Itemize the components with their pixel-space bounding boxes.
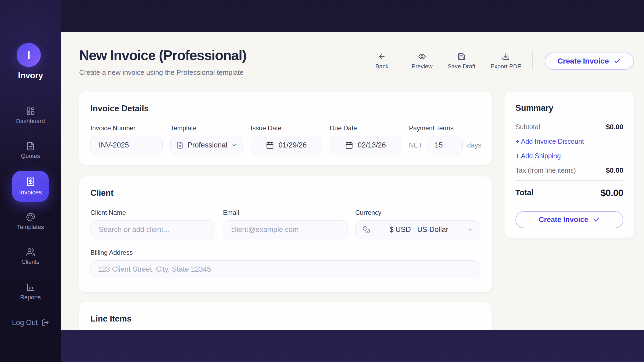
tax-label: Tax (from line items): [515, 167, 576, 174]
users-icon: [26, 248, 35, 257]
billing-address-label: Billing Address: [90, 249, 480, 257]
sidebar: I Invory Dashboard Quotes Invoices Templ…: [0, 0, 61, 362]
summary-heading: Summary: [515, 103, 623, 113]
invoice-number-label: Invoice Number: [90, 124, 163, 132]
client-heading: Client: [90, 188, 480, 198]
line-items-heading: Line Items: [90, 314, 480, 324]
total-row: Total $0.00: [515, 187, 623, 198]
preview-button[interactable]: Preview: [412, 53, 433, 70]
logout-button[interactable]: Log Out: [0, 316, 61, 329]
sidebar-item-label: Dashboard: [16, 118, 45, 125]
header-divider: [400, 52, 400, 70]
sidebar-item-dashboard[interactable]: Dashboard: [0, 107, 61, 126]
create-invoice-label: Create Invoice: [558, 57, 609, 65]
due-date-field[interactable]: 02/13/26: [330, 136, 401, 154]
template-label: Template: [170, 124, 243, 132]
add-shipping-link[interactable]: + Add Shipping: [515, 152, 623, 160]
sidebar-item-label: Quotes: [21, 153, 40, 160]
billing-address-input[interactable]: [90, 260, 480, 278]
summary-divider: [515, 180, 623, 181]
sidebar-item-quotes[interactable]: Quotes: [0, 142, 61, 161]
sidebar-item-label: Reports: [20, 294, 41, 301]
dashboard-icon: [26, 107, 35, 116]
invoice-receipt-icon: [26, 177, 35, 187]
logout-icon: [42, 319, 49, 326]
invoice-number-input[interactable]: [90, 136, 163, 154]
due-date-label: Due Date: [330, 124, 401, 132]
sidebar-item-templates[interactable]: Templates: [0, 213, 61, 232]
tax-row: Tax (from line items) $0.00: [515, 166, 623, 174]
save-draft-label: Save Draft: [448, 63, 475, 70]
download-icon: [502, 53, 510, 61]
app-logo-letter: I: [27, 49, 30, 61]
payment-terms-label: Payment Terms: [409, 124, 481, 132]
issue-date-label: Issue Date: [251, 124, 322, 132]
subtotal-label: Subtotal: [515, 123, 540, 131]
days-suffix: days: [467, 141, 481, 149]
client-name-input[interactable]: [90, 220, 215, 239]
total-label: Total: [515, 188, 533, 197]
line-items-card: Line Items: [79, 302, 492, 330]
sidebar-item-clients[interactable]: Clients: [0, 248, 61, 267]
tax-value: $0.00: [606, 166, 623, 175]
sidebar-item-label: Invoices: [19, 189, 42, 196]
subtotal-value: $0.00: [606, 123, 623, 131]
save-draft-button[interactable]: Save Draft: [448, 53, 475, 70]
sidebar-item-invoices[interactable]: Invoices: [12, 171, 49, 202]
add-invoice-discount-link[interactable]: + Add Invoice Discount: [515, 137, 623, 145]
email-label: Email: [223, 209, 347, 217]
invoice-details-card: Invoice Details Invoice Number Template …: [79, 91, 492, 165]
eye-icon: [418, 53, 426, 61]
arrow-left-icon: [378, 53, 386, 61]
summary-card: Summary Subtotal $0.00 + Add Invoice Dis…: [504, 91, 634, 238]
email-input[interactable]: [223, 220, 347, 239]
subtotal-row: Subtotal $0.00: [515, 123, 623, 131]
payment-terms-input[interactable]: [427, 136, 463, 154]
due-date-value: 02/13/26: [358, 141, 386, 149]
bar-chart-icon: [26, 283, 35, 292]
currency-label: Currency: [355, 209, 480, 217]
create-invoice-button-summary[interactable]: Create Invoice: [515, 211, 623, 228]
invoice-details-heading: Invoice Details: [90, 104, 480, 113]
chevron-down-icon: [231, 142, 237, 148]
client-card: Client Client Name Email Currency $ USD …: [79, 176, 492, 292]
back-button[interactable]: Back: [375, 53, 389, 70]
header-actions: Back Preview Save Draft Export PDF Creat…: [368, 50, 634, 72]
create-invoice-button-top[interactable]: Create Invoice: [545, 53, 634, 70]
file-text-icon: [176, 142, 184, 149]
template-select[interactable]: Professional: [170, 136, 243, 154]
app-name: Invory: [0, 71, 61, 80]
main-panel: New Invoice (Professional) Create a new …: [61, 32, 644, 330]
total-value: $0.00: [601, 187, 623, 198]
save-icon: [458, 53, 466, 61]
currency-value: $ USD - US Dollar: [370, 226, 467, 234]
quotes-icon: [26, 142, 35, 151]
check-icon: [614, 58, 621, 65]
net-prefix: NET: [409, 141, 422, 149]
sidebar-item-reports[interactable]: Reports: [0, 283, 61, 302]
calendar-icon: [345, 141, 353, 149]
back-label: Back: [375, 63, 389, 70]
client-name-label: Client Name: [90, 209, 215, 217]
calendar-icon: [266, 141, 274, 149]
logout-label: Log Out: [12, 319, 38, 327]
preview-label: Preview: [412, 63, 433, 70]
sidebar-item-label: Templates: [17, 224, 44, 231]
chevron-down-icon: [467, 227, 473, 232]
check-icon: [593, 216, 600, 223]
page-subtitle: Create a new invoice using the Professio…: [79, 68, 244, 77]
header-divider: [532, 52, 533, 70]
issue-date-field[interactable]: 01/29/26: [251, 136, 322, 154]
sidebar-item-label: Clients: [21, 258, 39, 265]
export-pdf-label: Export PDF: [491, 63, 521, 70]
currency-select[interactable]: $ USD - US Dollar: [355, 220, 480, 239]
app-logo[interactable]: I: [17, 43, 41, 67]
issue-date-value: 01/29/26: [279, 141, 307, 149]
export-pdf-button[interactable]: Export PDF: [491, 53, 521, 70]
template-value: Professional: [188, 141, 228, 149]
create-invoice-label: Create Invoice: [539, 216, 588, 224]
page-title: New Invoice (Professional): [79, 47, 246, 63]
palette-icon: [26, 213, 35, 222]
coins-icon: [363, 226, 370, 234]
